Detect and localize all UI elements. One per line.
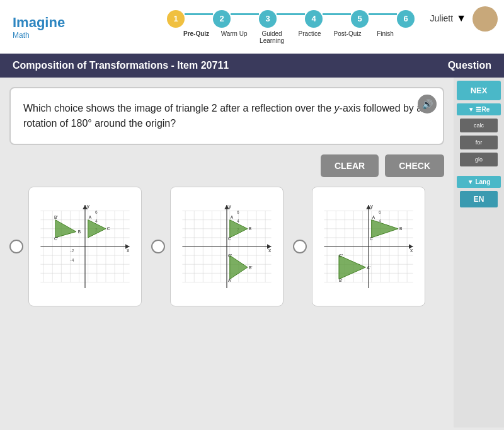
svg-text:y: y (87, 203, 90, 209)
logo-title: Imagine (13, 15, 65, 31)
svg-text:y: y (370, 203, 374, 209)
question-text: Which choice shows the image of triangle… (23, 101, 430, 131)
user-area[interactable]: Juliett ▼ (430, 13, 466, 24)
svg-text:4: 4 (95, 219, 98, 223)
main-content: Which choice shows the image of triangle… (0, 78, 504, 427)
svg-text:C: C (370, 236, 373, 241)
right-sidebar: NEX ▼ ☰Re calc for glo ▼ Lang EN (454, 78, 504, 427)
question-box: Which choice shows the image of triangle… (9, 87, 444, 145)
action-buttons: CLEAR CHECK (9, 154, 444, 177)
label-practice: Practice (291, 30, 329, 37)
choice-b-graph: y x 6 4 2 A B C A' B' C' (176, 193, 277, 300)
connector-3-4 (277, 13, 305, 15)
svg-text:6: 6 (379, 210, 381, 214)
step-labels: Pre-Quiz Warm Up Guided Learning Practic… (178, 30, 404, 44)
svg-text:y: y (229, 203, 232, 209)
dropdown-icon: ▼ (456, 13, 466, 24)
svg-text:B': B' (339, 278, 343, 282)
svg-text:B': B' (54, 215, 58, 219)
connector-4-5 (323, 13, 351, 15)
step-4-circle: 4 (305, 10, 323, 28)
glossary-button[interactable]: glo (460, 153, 498, 166)
step-1-circle: 1 (167, 10, 185, 28)
svg-text:x: x (127, 247, 130, 253)
label-finish: Finish (367, 30, 404, 37)
english-button[interactable]: EN (460, 191, 498, 207)
svg-text:A': A' (228, 278, 232, 282)
svg-marker-100 (372, 220, 398, 238)
steps-row: 1 2 3 4 5 6 (167, 10, 415, 28)
svg-text:x: x (410, 247, 413, 253)
choice-a-card[interactable]: y x 6 4 2 -2 -4 B' (28, 187, 142, 306)
step-6[interactable]: 6 (397, 10, 415, 28)
svg-text:-4: -4 (70, 258, 74, 262)
step-1[interactable]: 1 (167, 10, 185, 28)
svg-text:x: x (268, 247, 272, 253)
clear-button[interactable]: CLEAR (321, 154, 379, 177)
choice-a-graph: y x 6 4 2 -2 -4 B' (35, 193, 135, 300)
section-header: Composition of Transformations - Item 20… (0, 54, 504, 78)
choice-b-radio[interactable] (151, 240, 165, 253)
calculator-button[interactable]: calc (460, 119, 498, 132)
connector-5-6 (369, 13, 397, 15)
question-label: Question (448, 60, 491, 71)
choice-c-card[interactable]: y x 6 4 A B C B' A' C' (312, 187, 425, 306)
connector-1-2 (185, 13, 213, 15)
language-section[interactable]: ▼ Lang (457, 176, 501, 188)
svg-text:A': A' (367, 265, 370, 270)
choice-b: y x 6 4 2 A B C A' B' C' (151, 187, 284, 306)
svg-text:6: 6 (237, 210, 239, 214)
svg-text:C': C' (339, 253, 343, 258)
connector-2-3 (231, 13, 259, 15)
label-warm-up: Warm Up (215, 30, 253, 37)
svg-text:C: C (228, 236, 231, 241)
svg-text:4: 4 (237, 219, 239, 223)
step-3[interactable]: 3 (259, 10, 277, 28)
step-3-circle: 3 (259, 10, 277, 28)
svg-text:A: A (231, 215, 234, 219)
formula-button[interactable]: for (460, 136, 498, 149)
choice-a: y x 6 4 2 -2 -4 B' (9, 187, 142, 306)
logo-subtitle: Math (13, 31, 65, 40)
avatar (472, 6, 498, 32)
svg-text:6: 6 (95, 210, 98, 214)
step-4[interactable]: 4 (305, 10, 323, 28)
audio-button[interactable]: 🔊 (418, 95, 437, 113)
step-5-circle: 5 (351, 10, 369, 28)
choice-c-radio[interactable] (293, 240, 307, 253)
check-button[interactable]: CHECK (385, 154, 444, 177)
svg-marker-101 (339, 255, 365, 279)
label-post-quiz: Post-Quiz (329, 30, 367, 37)
svg-text:B': B' (249, 265, 253, 270)
svg-text:C: C (107, 226, 110, 231)
choice-c-graph: y x 6 4 A B C B' A' C' (318, 193, 419, 300)
svg-text:B: B (78, 230, 81, 234)
svg-text:A: A (89, 215, 92, 219)
svg-text:-2: -2 (70, 248, 74, 253)
step-2[interactable]: 2 (213, 10, 231, 28)
label-guided: Guided Learning (253, 30, 291, 44)
svg-text:A: A (372, 215, 375, 219)
choice-a-radio[interactable] (9, 240, 23, 253)
next-button[interactable]: NEX (457, 81, 501, 100)
step-5[interactable]: 5 (351, 10, 369, 28)
section-title: Composition of Transformations - Item 20… (13, 60, 229, 71)
left-panel: Which choice shows the image of triangle… (0, 78, 454, 427)
svg-text:C': C' (228, 253, 232, 258)
svg-text:B: B (399, 226, 403, 231)
resources-section[interactable]: ▼ ☰Re (457, 103, 501, 115)
choice-c: y x 6 4 A B C B' A' C' (293, 187, 425, 306)
choices-row: y x 6 4 2 -2 -4 B' (9, 187, 444, 306)
svg-text:C': C' (54, 236, 58, 241)
step-2-circle: 2 (213, 10, 231, 28)
label-pre-quiz: Pre-Quiz (178, 30, 215, 37)
svg-text:B: B (249, 226, 252, 231)
speaker-icon: 🔊 (422, 99, 433, 109)
user-name: Juliett (430, 13, 454, 23)
logo-area: Imagine Math (13, 15, 65, 40)
choice-b-card[interactable]: y x 6 4 2 A B C A' B' C' (170, 187, 284, 306)
step-6-circle: 6 (397, 10, 415, 28)
header: Imagine Math 1 2 3 4 (0, 0, 504, 54)
